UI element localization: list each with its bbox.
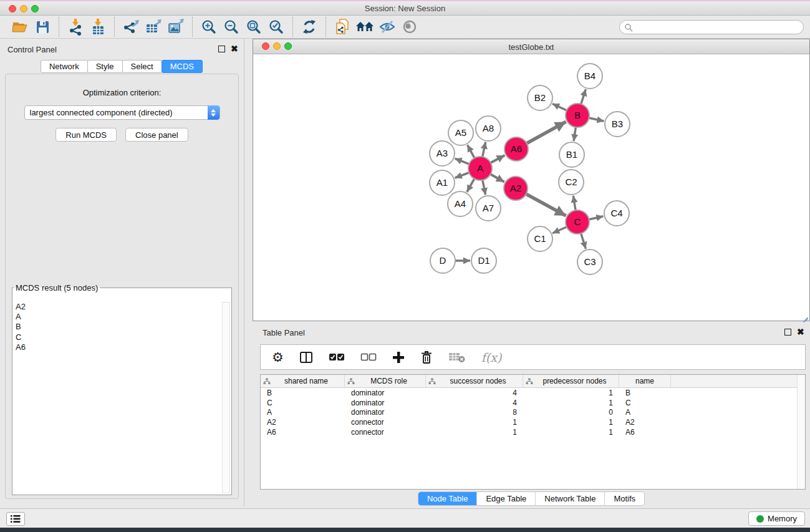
graph-node-C2[interactable]: C2: [559, 170, 584, 195]
graph-node-D[interactable]: D: [430, 248, 455, 273]
close-table-panel-icon[interactable]: ✖: [797, 329, 804, 336]
column-header-successor_nodes[interactable]: successor nodes: [426, 375, 523, 387]
table-row[interactable]: Cdominator41C: [261, 398, 796, 408]
graph-node-B4[interactable]: B4: [577, 64, 602, 89]
task-history-button[interactable]: [6, 512, 25, 526]
table-row[interactable]: Bdominator41B: [261, 388, 796, 398]
table-header-row: shared nameMCDS rolesuccessor nodesprede…: [261, 375, 805, 388]
mcds-result-item[interactable]: A2: [14, 302, 221, 312]
import-network-icon: [67, 18, 84, 36]
tab-edge-table[interactable]: Edge Table: [476, 492, 535, 505]
graph-node-label: B4: [584, 70, 595, 81]
zoom-out-button[interactable]: [220, 17, 243, 37]
mcds-result-list[interactable]: A2ABCA6: [14, 302, 221, 493]
select-all-icon: [329, 353, 345, 362]
graph-node-A2[interactable]: A2: [504, 177, 528, 200]
network-graph[interactable]: B4B2BB3A8A5A6A3B1AC2A1A2A4A7C4CC1DD1C3: [253, 54, 809, 321]
home-button[interactable]: [354, 17, 376, 37]
zoom-fit-button[interactable]: [243, 17, 265, 37]
float-table-panel-icon[interactable]: [784, 329, 791, 336]
mcds-result-item[interactable]: A: [14, 312, 221, 322]
zoom-selected-button[interactable]: [265, 17, 287, 37]
graph-node-A7[interactable]: A7: [476, 196, 501, 221]
tab-mcds[interactable]: MCDS: [162, 60, 203, 73]
export-table-button[interactable]: [142, 17, 165, 37]
float-panel-icon[interactable]: [218, 46, 225, 52]
graph-node-B[interactable]: B: [566, 104, 589, 127]
split-view-button[interactable]: [299, 351, 313, 364]
search-input[interactable]: [633, 22, 803, 33]
deselect-all-button[interactable]: [360, 353, 377, 362]
save-session-button[interactable]: [31, 17, 54, 37]
tab-style[interactable]: Style: [87, 60, 123, 73]
graph-node-A8[interactable]: A8: [476, 116, 501, 141]
delete-column-button[interactable]: [420, 351, 433, 364]
search-field[interactable]: [619, 20, 804, 34]
table-row[interactable]: A6connector11A6: [261, 427, 796, 437]
tab-network[interactable]: Network: [41, 60, 88, 73]
network-file-button[interactable]: [331, 17, 354, 37]
app-titlebar[interactable]: Session: New Session: [0, 1, 810, 16]
export-image-button[interactable]: [165, 17, 187, 37]
graph-node-C4[interactable]: C4: [604, 201, 629, 226]
table-scrollbar[interactable]: [797, 375, 805, 489]
graph-node-A[interactable]: A: [468, 157, 492, 180]
mcds-result-item[interactable]: A6: [14, 342, 221, 352]
graph-node-A1[interactable]: A1: [430, 170, 455, 195]
mcds-result-item[interactable]: B: [14, 322, 221, 332]
import-network-button[interactable]: [64, 17, 87, 37]
window-resize-grip[interactable]: [803, 314, 809, 320]
graph-node-C1[interactable]: C1: [528, 226, 552, 251]
open-folder-icon: [12, 19, 28, 34]
tab-node-table[interactable]: Node Table: [418, 492, 477, 505]
tab-network-table[interactable]: Network Table: [535, 492, 604, 505]
graph-node-B2[interactable]: B2: [528, 85, 552, 110]
column-sort-icon: [347, 378, 355, 385]
refresh-button[interactable]: [298, 17, 321, 37]
column-header-predecessor_nodes[interactable]: predecessor nodes: [523, 375, 619, 387]
table-row[interactable]: A2connector11A2: [261, 417, 796, 427]
mcds-result-scrollbar[interactable]: [222, 302, 230, 493]
tab-select[interactable]: Select: [122, 60, 162, 73]
table-settings-button[interactable]: ⚙: [272, 351, 284, 364]
column-header-shared_name[interactable]: shared name: [261, 375, 345, 387]
add-column-button[interactable]: [392, 351, 405, 364]
close-panel-button[interactable]: Close panel: [125, 128, 188, 142]
graph-node-A6[interactable]: A6: [504, 137, 528, 161]
column-header-mcds_role[interactable]: MCDS role: [345, 375, 426, 387]
run-mcds-button[interactable]: Run MCDS: [55, 128, 117, 142]
export-network-button[interactable]: [120, 17, 142, 37]
graph-node-B3[interactable]: B3: [605, 112, 630, 137]
graph-node-A4[interactable]: A4: [448, 191, 473, 216]
graph-node-C3[interactable]: C3: [577, 249, 602, 274]
select-all-button[interactable]: [329, 353, 345, 362]
table-panel: Table Panel ✖ ⚙: [253, 323, 810, 508]
table-row[interactable]: Adominator80A: [261, 408, 796, 418]
graph-node-A3[interactable]: A3: [430, 141, 455, 166]
network-canvas[interactable]: B4B2BB3A8A5A6A3B1AC2A1A2A4A7C4CC1DD1C3: [253, 54, 809, 321]
mcds-result-item[interactable]: C: [14, 332, 221, 342]
select-stepper-icon[interactable]: [208, 105, 219, 120]
import-table-button[interactable]: [87, 17, 109, 37]
network-window-titlebar[interactable]: testGlobe.txt: [253, 39, 809, 54]
optimization-criterion-select[interactable]: largest connected component (directed): [24, 105, 220, 120]
memory-button[interactable]: Memory: [748, 511, 805, 526]
graph-node-D1[interactable]: D1: [471, 248, 496, 273]
tab-motifs[interactable]: Motifs: [604, 492, 644, 505]
split-view-icon: [299, 351, 313, 364]
function-icon: f(x): [481, 351, 502, 364]
column-header-label: predecessor nodes: [533, 377, 616, 385]
graph-node-label: A5: [455, 127, 466, 138]
show-panels-button[interactable]: [398, 17, 421, 37]
zoom-in-button[interactable]: [198, 17, 220, 37]
graph-node-A5[interactable]: A5: [448, 120, 473, 145]
hide-panels-button[interactable]: [376, 17, 398, 37]
graph-node-label: B3: [612, 118, 623, 129]
graph-node-C[interactable]: C: [566, 210, 589, 234]
open-session-button[interactable]: [9, 17, 31, 37]
graph-node-B1[interactable]: B1: [559, 142, 584, 167]
toolbar-separator: [292, 17, 293, 37]
column-header-name[interactable]: name: [619, 375, 671, 387]
close-panel-icon[interactable]: ✖: [231, 46, 238, 52]
zoom-selected-icon: [268, 19, 284, 35]
